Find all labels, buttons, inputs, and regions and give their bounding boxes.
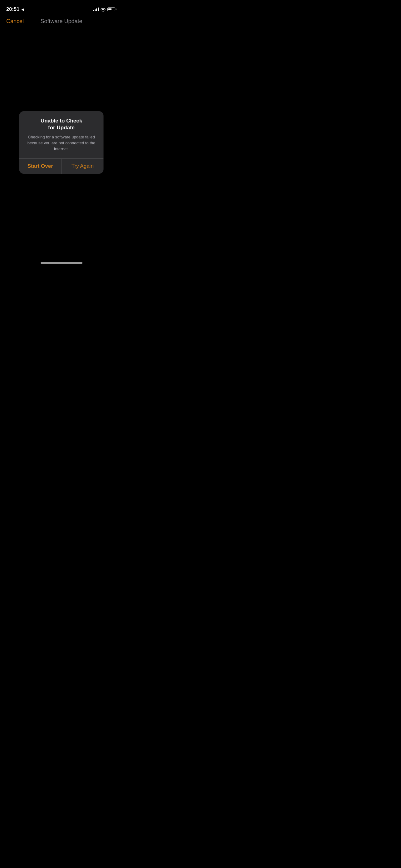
try-again-button[interactable]: Try Again	[62, 159, 104, 174]
signal-bars-icon	[93, 7, 99, 11]
status-time: 20:51	[6, 6, 20, 12]
home-indicator	[41, 262, 82, 264]
alert-dialog: Unable to Checkfor Update Checking for a…	[20, 111, 104, 174]
page-title: Software Update	[40, 18, 82, 25]
start-over-button[interactable]: Start Over	[20, 159, 62, 174]
location-icon: ◀	[21, 7, 24, 11]
alert-title: Unable to Checkfor Update	[24, 118, 99, 131]
cancel-button[interactable]: Cancel	[6, 18, 24, 25]
status-icons	[93, 7, 116, 11]
status-bar: 20:51 ◀	[0, 0, 123, 16]
alert-buttons: Start Over Try Again	[20, 159, 104, 174]
main-content: Unable to Checkfor Update Checking for a…	[0, 111, 123, 174]
battery-icon	[107, 7, 116, 11]
nav-bar: Cancel Software Update	[0, 16, 123, 28]
alert-content: Unable to Checkfor Update Checking for a…	[20, 111, 104, 158]
alert-message: Checking for a software update failed be…	[24, 134, 99, 152]
wifi-icon	[101, 7, 106, 11]
